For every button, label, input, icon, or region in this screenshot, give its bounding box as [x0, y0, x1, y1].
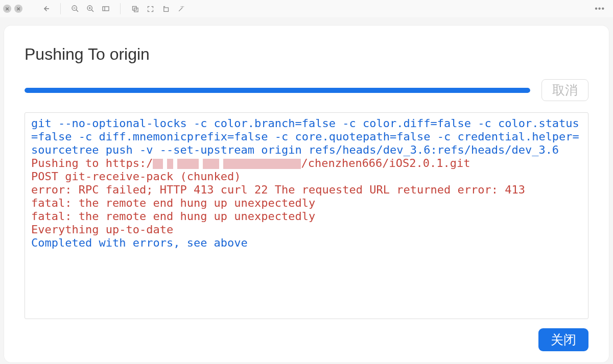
- magic-wand-button[interactable]: [174, 2, 188, 16]
- output-log: git --no-optional-locks -c color.branch=…: [25, 112, 588, 319]
- svg-line-5: [91, 10, 93, 12]
- fit-width-button[interactable]: [99, 2, 113, 16]
- redacted-segment: [153, 159, 301, 169]
- toolbar: ✕ ✕: [0, 0, 613, 17]
- log-line: Everything up-to-date: [31, 223, 173, 236]
- progress-fill: [25, 88, 530, 93]
- log-line: POST git-receive-pack (chunked): [31, 170, 241, 183]
- log-line: fatal: the remote end hung up unexpected…: [31, 197, 315, 209]
- progress-bar: [25, 88, 530, 93]
- push-dialog: Pushing To origin 取消 git --no-optional-l…: [4, 26, 609, 362]
- log-completed: Completed with errors, see above: [31, 236, 248, 249]
- close-icon[interactable]: ✕: [3, 5, 11, 13]
- stop-icon[interactable]: ✕: [14, 5, 22, 13]
- progress-row: 取消: [25, 79, 588, 101]
- svg-rect-12: [163, 8, 168, 12]
- cancel-button[interactable]: 取消: [541, 79, 588, 101]
- close-button[interactable]: 关闭: [538, 328, 588, 351]
- more-icon[interactable]: •••: [590, 4, 610, 13]
- zoom-in-button[interactable]: [83, 2, 98, 16]
- log-line: Pushing to https://chenzhen666/iOS2.0.1.…: [31, 157, 470, 169]
- rotate-button[interactable]: [158, 2, 173, 16]
- log-line: error: RPC failed; HTTP 413 curl 22 The …: [31, 183, 525, 196]
- svg-line-13: [179, 8, 182, 11]
- log-command: git --no-optional-locks -c color.branch=…: [31, 117, 579, 156]
- separator: [60, 3, 61, 14]
- svg-rect-8: [103, 7, 109, 11]
- separator: [120, 3, 121, 14]
- log-text: Pushing to https:/: [31, 157, 153, 169]
- dialog-title: Pushing To origin: [25, 45, 588, 64]
- back-button[interactable]: [39, 2, 53, 16]
- zoom-out-button[interactable]: [68, 2, 82, 16]
- window-controls: ✕ ✕: [3, 5, 22, 13]
- svg-line-2: [76, 10, 78, 12]
- copy-button[interactable]: [128, 2, 142, 16]
- log-text: /chenzhen666/iOS2.0.1.git: [301, 157, 470, 169]
- fullscreen-button[interactable]: [143, 2, 157, 16]
- log-line: fatal: the remote end hung up unexpected…: [31, 210, 315, 223]
